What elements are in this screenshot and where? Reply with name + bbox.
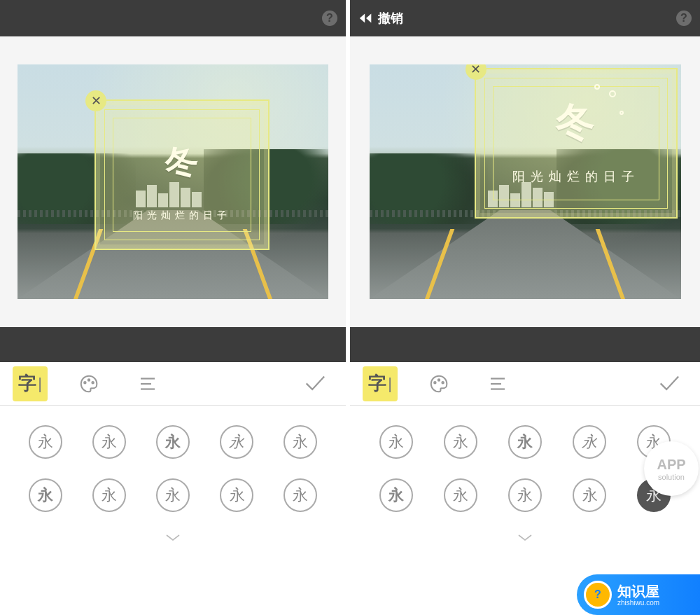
font-row-2: 永 永 永 永 永 <box>364 478 686 512</box>
overlay-title[interactable]: 冬 <box>556 96 596 149</box>
tool-row: 字| <box>0 362 346 406</box>
palette-icon <box>428 373 449 394</box>
tab-color[interactable] <box>421 366 456 401</box>
svg-marker-7 <box>366 14 371 23</box>
font-option[interactable]: 永 <box>444 425 477 459</box>
top-bar: 撤销 ? <box>350 0 700 36</box>
svg-point-8 <box>434 381 436 383</box>
font-option[interactable]: 永 <box>444 478 477 512</box>
canvas-area: ✕ 冬 阳光灿烂的日子 <box>0 36 346 327</box>
watermark-app-sub: solution <box>658 473 685 481</box>
font-row-2: 永 永 永 永 永 <box>14 478 332 512</box>
chevron-down-icon <box>517 533 533 543</box>
font-row-1: 永 永 永 永 永 <box>364 425 686 459</box>
svg-marker-6 <box>360 14 365 23</box>
tab-color[interactable] <box>71 366 106 401</box>
overlay-subtitle[interactable]: 阳光灿烂的日子 <box>512 168 640 185</box>
svg-point-10 <box>442 381 444 383</box>
overlay-subtitle[interactable]: 阳光灿烂的日子 <box>133 209 231 222</box>
canvas-area: ✕ 冬 阳光灿烂的日子 <box>350 36 700 327</box>
tool-row: 字| <box>350 362 700 406</box>
palette-icon <box>78 373 99 394</box>
tab-align[interactable] <box>480 366 515 401</box>
undo-icon <box>358 12 374 25</box>
font-option[interactable]: 永 <box>284 478 317 512</box>
confirm-button[interactable] <box>657 371 680 397</box>
font-option[interactable]: 永 <box>508 425 542 459</box>
svg-point-2 <box>92 381 94 383</box>
font-option[interactable]: 永 <box>508 478 542 512</box>
check-icon <box>302 371 326 394</box>
help-icon[interactable]: ? <box>676 11 692 26</box>
font-option[interactable]: 永 <box>156 478 190 512</box>
font-option[interactable]: 永 <box>573 478 606 512</box>
font-option[interactable]: 永 <box>156 425 190 459</box>
editor-pane-right: 撤销 ? ✕ 冬 <box>350 0 700 615</box>
top-bar: ? <box>0 0 346 36</box>
expand-fonts[interactable] <box>14 532 332 546</box>
font-option[interactable]: 永 <box>220 425 253 459</box>
photo-canvas[interactable]: ✕ 冬 阳光灿烂的日子 <box>370 64 681 299</box>
watermark-app-title: APP <box>657 457 685 473</box>
chevron-down-icon <box>164 533 181 543</box>
monitor-icon: ? <box>584 581 612 609</box>
align-icon <box>487 373 508 394</box>
font-row-1: 永 永 永 永 永 <box>14 425 332 459</box>
font-option[interactable]: 永 <box>29 478 62 512</box>
font-option[interactable]: 永 <box>29 425 62 459</box>
close-icon[interactable]: ✕ <box>85 90 106 111</box>
editor-pane-left: ? ✕ 冬 阳光灿烂的日子 <box>0 0 350 615</box>
font-option[interactable]: 永 <box>379 478 413 512</box>
watermark-zsw-sub: zhishiwu.com <box>617 599 659 607</box>
spacer-strip <box>350 327 700 362</box>
font-option[interactable]: 永 <box>284 425 317 459</box>
text-overlay-box[interactable]: ✕ 冬 阳光灿烂的日子 <box>94 99 270 250</box>
font-option[interactable]: 永 <box>220 478 253 512</box>
check-icon <box>657 371 680 394</box>
confirm-button[interactable] <box>302 371 326 397</box>
watermark-zsw-title: 知识屋 <box>617 583 659 599</box>
watermark-zhishiwu: ? 知识屋 zhishiwu.com <box>577 574 700 615</box>
tab-align[interactable] <box>130 366 165 401</box>
font-grid: 永 永 永 永 永 永 永 永 永 永 <box>0 406 346 615</box>
spacer-strip <box>0 327 346 362</box>
align-icon <box>137 373 158 394</box>
font-option[interactable]: 永 <box>573 425 606 459</box>
tab-font[interactable]: 字| <box>363 366 398 401</box>
undo-button[interactable]: 撤销 <box>358 10 403 27</box>
expand-fonts[interactable] <box>364 532 686 546</box>
photo-canvas[interactable]: ✕ 冬 阳光灿烂的日子 <box>18 64 328 299</box>
svg-point-0 <box>84 381 86 383</box>
help-icon[interactable]: ? <box>322 11 337 26</box>
tab-font[interactable]: 字| <box>13 366 48 401</box>
font-option[interactable]: 永 <box>92 425 126 459</box>
font-option[interactable]: 永 <box>379 425 413 459</box>
font-option[interactable]: 永 <box>92 478 126 512</box>
svg-point-1 <box>88 379 90 381</box>
watermark-app: APP solution <box>644 441 699 496</box>
undo-label: 撤销 <box>378 10 403 27</box>
svg-point-9 <box>438 379 440 381</box>
text-overlay-box[interactable]: ✕ 冬 阳光灿烂的日子 <box>475 68 678 219</box>
